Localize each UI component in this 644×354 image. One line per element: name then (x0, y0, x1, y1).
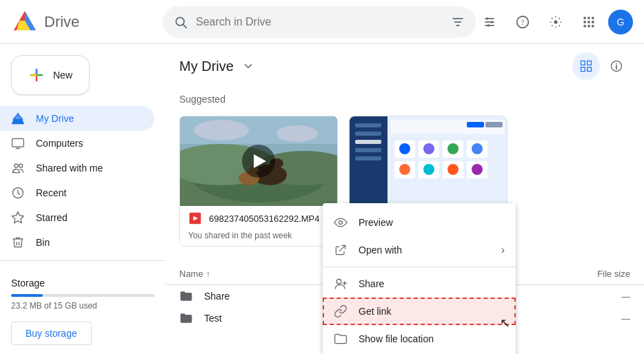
storage-used-text: 23.2 MB of 15 GB used (11, 301, 154, 311)
avatar[interactable]: G (608, 10, 633, 34)
sidebar-divider (0, 260, 165, 261)
context-menu: Preview Open with › Share (323, 203, 516, 354)
svg-line-8 (183, 24, 187, 28)
image-thumbnail (350, 116, 507, 206)
svg-rect-50 (587, 67, 592, 72)
svg-point-93 (447, 164, 459, 175)
preview-label: Preview (359, 217, 505, 228)
svg-rect-28 (587, 25, 590, 27)
new-button[interactable]: New (11, 55, 90, 95)
svg-point-91 (399, 164, 410, 175)
help-button[interactable]: ? (509, 8, 536, 36)
svg-rect-27 (584, 25, 586, 27)
svg-point-43 (14, 164, 18, 167)
drive-logo-icon (11, 8, 39, 36)
storage-bar (11, 294, 154, 297)
video-card-name: 698237405053162292.MP4 (209, 214, 329, 224)
svg-rect-49 (581, 67, 585, 72)
sidebar-item-starred-label: Starred (36, 212, 68, 223)
open-with-label: Open with (359, 244, 490, 256)
info-button[interactable] (603, 52, 630, 80)
play-triangle-icon (254, 154, 266, 168)
img-thumb-bg (350, 116, 507, 206)
name-column-header[interactable]: Name ↑ (179, 269, 335, 279)
svg-rect-48 (587, 61, 592, 65)
show-file-location-label: Show file location (359, 333, 505, 344)
svg-text:?: ? (521, 17, 525, 25)
svg-rect-25 (587, 21, 590, 23)
settings-button[interactable] (542, 8, 570, 36)
svg-point-60 (276, 125, 318, 142)
search-bar[interactable] (163, 6, 476, 38)
suggested-section-title: Suggested (165, 88, 644, 110)
sidebar-item-my-drive[interactable]: My Drive (0, 106, 154, 131)
menu-item-show-file-location[interactable]: Show file location (323, 325, 516, 353)
svg-point-89 (447, 143, 459, 154)
svg-rect-72 (350, 116, 388, 206)
svg-rect-95 (467, 122, 484, 127)
logo-area: Drive (11, 8, 163, 36)
grid-view-button[interactable] (572, 52, 600, 80)
sidebar-item-shared[interactable]: Shared with me (0, 156, 154, 180)
shared-icon (11, 161, 25, 175)
main-layout: New My Drive (0, 44, 644, 354)
play-button[interactable] (242, 145, 275, 178)
video-card-subtitle: You shared in the past week (180, 231, 337, 246)
svg-rect-21 (584, 17, 586, 19)
apps-button[interactable] (575, 8, 603, 36)
drive-dropdown-button[interactable] (239, 57, 257, 75)
svg-point-94 (472, 164, 483, 175)
submenu-arrow-icon: › (501, 244, 505, 256)
sidebar-item-recent-label: Recent (36, 187, 66, 198)
sidebar-item-starred[interactable]: Starred (0, 205, 154, 230)
svg-point-53 (616, 63, 617, 65)
buy-storage-button[interactable]: Buy storage (11, 322, 92, 345)
svg-rect-76 (355, 148, 381, 152)
sidebar-item-bin-label: Bin (36, 237, 50, 248)
folder-location-icon (334, 332, 348, 346)
share-label: Share (359, 278, 505, 289)
storage-bar-fill (11, 294, 43, 297)
link-icon (334, 304, 348, 318)
svg-rect-47 (581, 61, 585, 65)
sidebar-item-computers[interactable]: Computers (0, 131, 154, 156)
menu-item-open-with[interactable]: Open with › (323, 236, 516, 264)
filter-icon[interactable] (451, 15, 465, 29)
menu-item-preview[interactable]: Preview (323, 209, 516, 236)
svg-point-15 (491, 21, 493, 23)
svg-point-20 (554, 20, 558, 23)
file-size-cell: — (561, 313, 630, 324)
settings-sliders-button[interactable] (476, 8, 503, 36)
drive-title-area: My Drive (179, 57, 257, 75)
sidebar-item-bin[interactable]: Bin (0, 230, 154, 255)
svg-point-17 (487, 24, 490, 26)
svg-rect-23 (592, 17, 594, 19)
svg-point-92 (423, 164, 434, 175)
sidebar-item-my-drive-label: My Drive (36, 113, 74, 124)
storage-label: Storage (11, 278, 154, 289)
svg-rect-40 (12, 138, 24, 147)
search-input[interactable] (196, 16, 443, 28)
folder-icon (179, 289, 193, 303)
suggested-card-video[interactable]: 698237405053162292.MP4 You shared in the… (179, 116, 338, 247)
svg-rect-77 (355, 156, 381, 160)
sidebar-item-recent[interactable]: Recent (0, 180, 154, 205)
sidebar: New My Drive (0, 44, 165, 354)
name-col-label: Name (179, 269, 203, 279)
svg-marker-37 (12, 119, 24, 124)
menu-item-share[interactable]: Share (323, 270, 516, 298)
sidebar-item-computers-label: Computers (36, 138, 83, 149)
open-with-icon (334, 243, 348, 257)
svg-point-87 (399, 143, 410, 154)
bin-icon (11, 236, 25, 249)
menu-item-get-link[interactable]: Get link ↖ (323, 298, 516, 325)
header-actions: ? G (476, 8, 633, 36)
eye-icon (334, 216, 348, 229)
search-icon (174, 15, 188, 29)
get-link-label: Get link (359, 306, 505, 317)
svg-point-59 (194, 120, 249, 140)
sidebar-item-shared-label: Shared with me (36, 163, 103, 174)
main-title: My Drive (179, 59, 234, 74)
svg-point-100 (336, 279, 341, 284)
svg-rect-75 (355, 140, 381, 144)
